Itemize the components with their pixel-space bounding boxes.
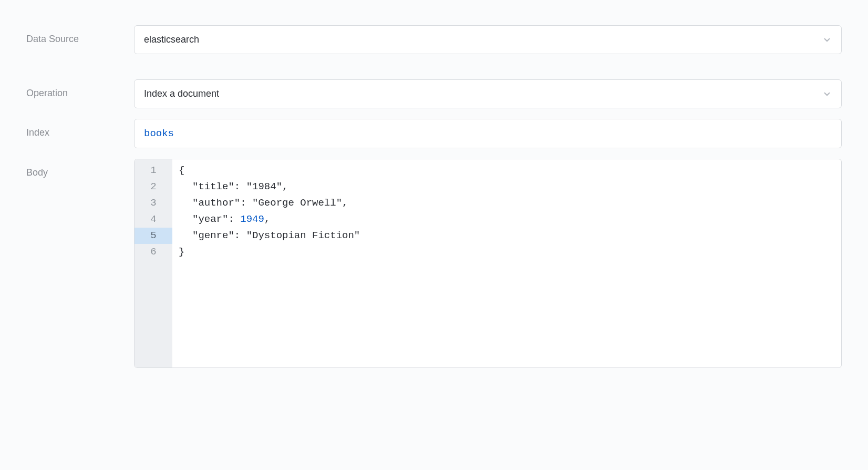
chevron-down-icon xyxy=(822,35,832,45)
code-line: "title": "1984", xyxy=(179,179,835,195)
body-code-editor[interactable]: 123456 {"title": "1984","author": "Georg… xyxy=(134,159,842,368)
code-content[interactable]: {"title": "1984","author": "George Orwel… xyxy=(172,159,841,367)
chevron-down-icon xyxy=(822,89,832,99)
body-label: Body xyxy=(26,159,134,178)
gutter-line-number: 6 xyxy=(135,244,172,260)
code-line: "year": 1949, xyxy=(179,211,835,228)
operation-select[interactable]: Index a document xyxy=(134,79,842,108)
index-label: Index xyxy=(26,119,134,138)
data-source-value: elasticsearch xyxy=(144,34,199,45)
code-line: "author": "George Orwell", xyxy=(179,195,835,211)
data-source-select[interactable]: elasticsearch xyxy=(134,25,842,54)
operation-value: Index a document xyxy=(144,88,219,99)
code-line: { xyxy=(179,162,835,179)
operation-label: Operation xyxy=(26,79,134,99)
gutter-line-number: 1 xyxy=(135,162,172,179)
data-source-label: Data Source xyxy=(26,25,134,45)
code-line: "genre": "Dystopian Fiction" xyxy=(179,228,835,244)
code-gutter: 123456 xyxy=(135,159,172,367)
gutter-line-number: 4 xyxy=(135,211,172,228)
index-input[interactable] xyxy=(134,119,842,148)
gutter-line-number: 3 xyxy=(135,195,172,211)
gutter-line-number: 2 xyxy=(135,179,172,195)
code-line: } xyxy=(179,244,835,260)
gutter-line-number: 5 xyxy=(135,228,172,244)
